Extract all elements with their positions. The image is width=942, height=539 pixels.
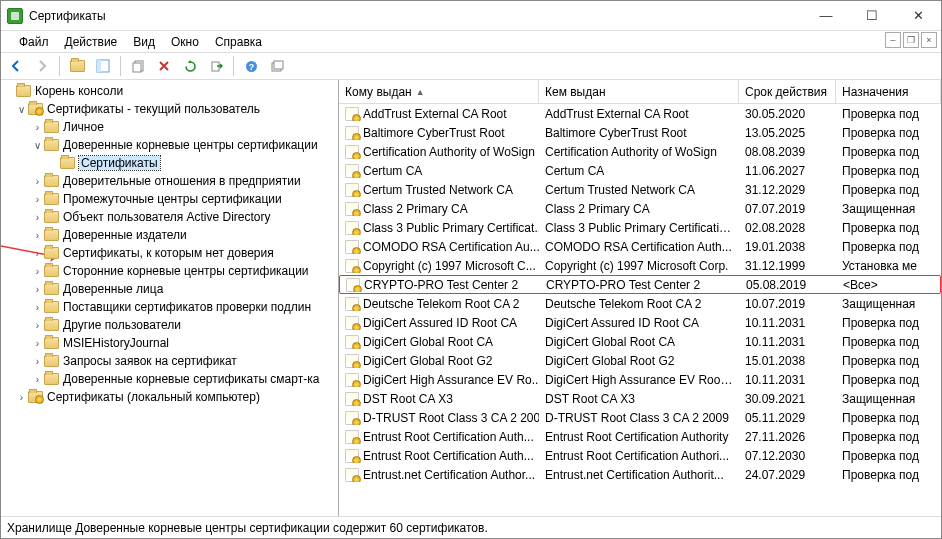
cell-purpose: Проверка под [836, 240, 941, 254]
copy-button[interactable] [127, 55, 149, 77]
table-row[interactable]: Baltimore CyberTrust RootBaltimore Cyber… [339, 123, 941, 142]
tree-label: Объект пользователя Active Directory [63, 210, 271, 224]
tree-root[interactable]: Корень консоли [1, 82, 338, 100]
refresh-button[interactable] [179, 55, 201, 77]
menu-action[interactable]: Действие [57, 34, 126, 50]
menu-view[interactable]: Вид [125, 34, 163, 50]
tree-third-party[interactable]: ›Сторонние корневые центры сертификации [1, 262, 338, 280]
help-button[interactable]: ? [240, 55, 262, 77]
table-row[interactable]: Certum Trusted Network CACertum Trusted … [339, 180, 941, 199]
table-row[interactable]: Class 3 Public Primary Certificat...Clas… [339, 218, 941, 237]
table-row[interactable]: DigiCert Global Root G2DigiCert Global R… [339, 351, 941, 370]
back-button[interactable] [5, 55, 27, 77]
table-row[interactable]: COMODO RSA Certification Au...COMODO RSA… [339, 237, 941, 256]
show-tree-button[interactable] [92, 55, 114, 77]
cell-issued-to: Baltimore CyberTrust Root [363, 126, 505, 140]
certificate-icon [345, 240, 359, 254]
certificate-icon [345, 411, 359, 425]
table-row[interactable]: CRYPTO-PRO Test Center 2CRYPTO-PRO Test … [339, 275, 941, 294]
table-row[interactable]: Entrust Root Certification Auth...Entrus… [339, 427, 941, 446]
tree-label: Личное [63, 120, 104, 134]
up-folder-button[interactable] [66, 55, 88, 77]
cell-issued-to: CRYPTO-PRO Test Center 2 [364, 278, 518, 292]
col-issued-by[interactable]: Кем выдан [539, 80, 739, 103]
certificate-icon [345, 202, 359, 216]
table-row[interactable]: Entrust.net Certification Author...Entru… [339, 465, 941, 484]
table-row[interactable]: DigiCert High Assurance EV Ro...DigiCert… [339, 370, 941, 389]
col-issued-to[interactable]: Кому выдан▲ [339, 80, 539, 103]
cell-purpose: Проверка под [836, 126, 941, 140]
table-row[interactable]: Deutsche Telekom Root CA 2Deutsche Telek… [339, 294, 941, 313]
cell-issued-by: Class 3 Public Primary Certificatio... [539, 221, 739, 235]
cell-purpose: Проверка под [836, 373, 941, 387]
close-button[interactable]: ✕ [895, 1, 941, 31]
col-purpose[interactable]: Назначения [836, 80, 941, 103]
tree-label: Сторонние корневые центры сертификации [63, 264, 309, 278]
tree-personal[interactable]: ›Личное [1, 118, 338, 136]
table-row[interactable]: AddTrust External CA RootAddTrust Extern… [339, 104, 941, 123]
table-row[interactable]: Certification Authority of WoSignCertifi… [339, 142, 941, 161]
svg-rect-8 [274, 61, 283, 69]
list-body[interactable]: AddTrust External CA RootAddTrust Extern… [339, 104, 941, 516]
statusbar: Хранилище Доверенные корневые центры сер… [1, 516, 941, 538]
maximize-button[interactable]: ☐ [849, 1, 895, 31]
tree-pane[interactable]: Корень консоли ∨Сертификаты - текущий по… [1, 80, 339, 516]
table-row[interactable]: Copyright (c) 1997 Microsoft C...Copyrig… [339, 256, 941, 275]
tree-msie[interactable]: ›MSIEHistoryJournal [1, 334, 338, 352]
tree-certificates[interactable]: Сертификаты [1, 154, 338, 172]
certificate-icon [345, 183, 359, 197]
certificate-icon [345, 430, 359, 444]
tree-enterprise[interactable]: ›Доверительные отношения в предприятии [1, 172, 338, 190]
delete-button[interactable] [153, 55, 175, 77]
cell-issued-to: COMODO RSA Certification Au... [363, 240, 539, 254]
tree-trusted-pub[interactable]: ›Доверенные издатели [1, 226, 338, 244]
certificate-icon [345, 164, 359, 178]
forward-button[interactable] [31, 55, 53, 77]
table-row[interactable]: Entrust Root Certification Auth...Entrus… [339, 446, 941, 465]
minimize-button[interactable]: — [803, 1, 849, 31]
menubar: Файл Действие Вид Окно Справка – ❐ × [1, 31, 941, 52]
tree-trusted-people[interactable]: ›Доверенные лица [1, 280, 338, 298]
col-label: Кому выдан [345, 85, 412, 99]
table-row[interactable]: DigiCert Assured ID Root CADigiCert Assu… [339, 313, 941, 332]
cell-purpose: Установка ме [836, 259, 941, 273]
certificate-icon [345, 297, 359, 311]
menu-help[interactable]: Справка [207, 34, 270, 50]
tree-other-users[interactable]: ›Другие пользователи [1, 316, 338, 334]
cell-issued-by: Certum Trusted Network CA [539, 183, 739, 197]
cell-expiry: 19.01.2038 [739, 240, 836, 254]
table-row[interactable]: DigiCert Global Root CADigiCert Global R… [339, 332, 941, 351]
cell-purpose: Проверка под [836, 221, 941, 235]
tree-smartcard[interactable]: ›Доверенные корневые сертификаты смарт-к… [1, 370, 338, 388]
tree-ad-user[interactable]: ›Объект пользователя Active Directory [1, 208, 338, 226]
tree-auth-providers[interactable]: ›Поставщики сертификатов проверки подлин [1, 298, 338, 316]
cell-issued-to: Deutsche Telekom Root CA 2 [363, 297, 520, 311]
cell-issued-to: DST Root CA X3 [363, 392, 453, 406]
new-window-button[interactable] [266, 55, 288, 77]
tree-trusted-roots[interactable]: ∨Доверенные корневые центры сертификации [1, 136, 338, 154]
cell-issued-to: D-TRUST Root Class 3 CA 2 2009 [363, 411, 539, 425]
tree-cert-local[interactable]: ›Сертификаты (локальный компьютер) [1, 388, 338, 406]
table-row[interactable]: Certum CACertum CA11.06.2027Проверка под [339, 161, 941, 180]
cell-issued-to: DigiCert Assured ID Root CA [363, 316, 517, 330]
tree-label: Промежуточные центры сертификации [63, 192, 282, 206]
certificate-icon [345, 354, 359, 368]
certificate-icon [345, 373, 359, 387]
tree-intermediate[interactable]: ›Промежуточные центры сертификации [1, 190, 338, 208]
menu-file[interactable]: Файл [11, 34, 57, 50]
tree-label: Доверенные корневые центры сертификации [63, 138, 318, 152]
mdi-minimize-button[interactable]: – [885, 32, 901, 48]
tree-cert-requests[interactable]: ›Запросы заявок на сертификат [1, 352, 338, 370]
menu-window[interactable]: Окно [163, 34, 207, 50]
table-row[interactable]: Class 2 Primary CAClass 2 Primary CA07.0… [339, 199, 941, 218]
export-button[interactable] [205, 55, 227, 77]
mdi-restore-button[interactable]: ❐ [903, 32, 919, 48]
tree-untrusted[interactable]: ›Сертификаты, к которым нет доверия [1, 244, 338, 262]
table-row[interactable]: D-TRUST Root Class 3 CA 2 2009D-TRUST Ro… [339, 408, 941, 427]
certificate-icon [345, 316, 359, 330]
cell-purpose: Проверка под [836, 316, 941, 330]
table-row[interactable]: DST Root CA X3DST Root CA X330.09.2021За… [339, 389, 941, 408]
tree-cert-user[interactable]: ∨Сертификаты - текущий пользователь [1, 100, 338, 118]
col-expiry[interactable]: Срок действия [739, 80, 836, 103]
mdi-close-button[interactable]: × [921, 32, 937, 48]
